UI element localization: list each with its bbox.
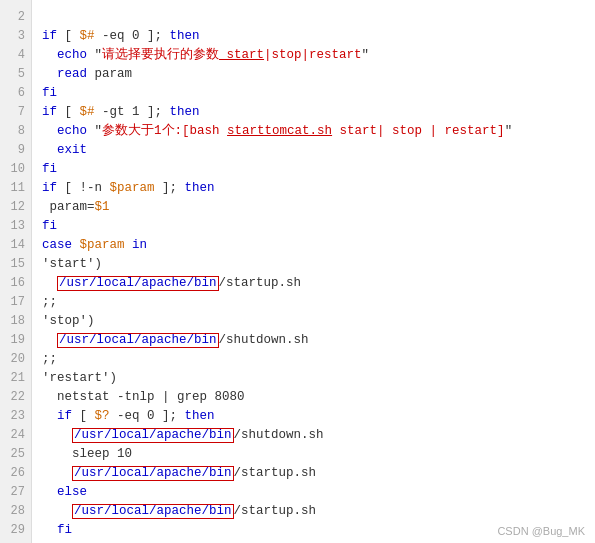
code-line: /usr/local/apache/bin/shutdown.sh <box>42 426 595 445</box>
line-num: 18 <box>0 312 31 331</box>
line-num: 22 <box>0 388 31 407</box>
line-num: 20 <box>0 350 31 369</box>
code-line: 'stop') <box>42 312 595 331</box>
line-num: 10 <box>0 160 31 179</box>
code-line: echo "参数大于1个:[bash starttomcat.sh start|… <box>42 122 595 141</box>
code-line: echo "请选择要执行的参数_start|stop|restart" <box>42 46 595 65</box>
line-num: 25 <box>0 445 31 464</box>
code-line: case $param in <box>42 236 595 255</box>
code-line: fi <box>42 84 595 103</box>
code-container: 2 3 4 5 6 7 8 9 10 11 12 13 14 15 16 17 … <box>0 0 595 543</box>
code-line: ;; <box>42 293 595 312</box>
code-line: /usr/local/apache/bin/startup.sh <box>42 464 595 483</box>
line-num: 13 <box>0 217 31 236</box>
line-num: 14 <box>0 236 31 255</box>
code-line: param=$1 <box>42 198 595 217</box>
code-line: sleep 10 <box>42 445 595 464</box>
line-num: 29 <box>0 521 31 540</box>
line-numbers: 2 3 4 5 6 7 8 9 10 11 12 13 14 15 16 17 … <box>0 0 32 543</box>
code-line: fi <box>42 160 595 179</box>
line-num: 19 <box>0 331 31 350</box>
watermark: CSDN @Bug_MK <box>497 525 585 537</box>
code-line: if [ $? -eq 0 ]; then <box>42 407 595 426</box>
line-num: 4 <box>0 46 31 65</box>
line-num: 23 <box>0 407 31 426</box>
code-line: else <box>42 483 595 502</box>
line-num: 5 <box>0 65 31 84</box>
line-num: 3 <box>0 27 31 46</box>
line-num: 28 <box>0 502 31 521</box>
code-line: /usr/local/apache/bin/shutdown.sh <box>42 331 595 350</box>
code-line: 'start') <box>42 255 595 274</box>
line-num: 12 <box>0 198 31 217</box>
code-line: if [ $# -eq 0 ]; then <box>42 27 595 46</box>
line-num: 21 <box>0 369 31 388</box>
code-line: /usr/local/apache/bin/startup.sh <box>42 502 595 521</box>
line-num: 7 <box>0 103 31 122</box>
line-num: 8 <box>0 122 31 141</box>
line-num: 24 <box>0 426 31 445</box>
line-num: 17 <box>0 293 31 312</box>
code-line: 'restart') <box>42 369 595 388</box>
code-line: if [ $# -gt 1 ]; then <box>42 103 595 122</box>
line-num: 26 <box>0 464 31 483</box>
line-num: 15 <box>0 255 31 274</box>
line-num: 2 <box>0 8 31 27</box>
line-num: 9 <box>0 141 31 160</box>
code-line: ;; <box>42 350 595 369</box>
code-area: if [ $# -eq 0 ]; then echo "请选择要执行的参数_st… <box>32 0 595 543</box>
code-line: netstat -tnlp | grep 8080 <box>42 388 595 407</box>
code-line: exit <box>42 141 595 160</box>
line-num: 11 <box>0 179 31 198</box>
code-line: /usr/local/apache/bin/startup.sh <box>42 274 595 293</box>
code-line: if [ !-n $param ]; then <box>42 179 595 198</box>
line-num: 16 <box>0 274 31 293</box>
line-num: 27 <box>0 483 31 502</box>
code-line: read param <box>42 65 595 84</box>
line-num: 6 <box>0 84 31 103</box>
code-line <box>42 8 595 27</box>
code-line: fi <box>42 217 595 236</box>
